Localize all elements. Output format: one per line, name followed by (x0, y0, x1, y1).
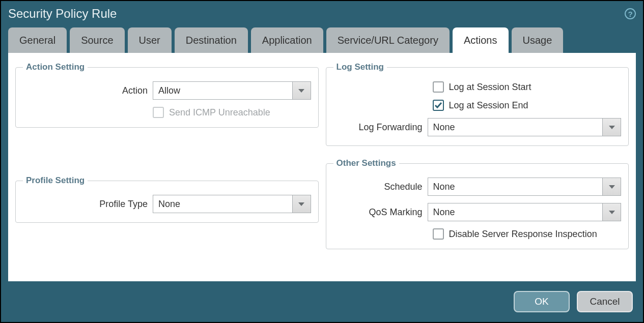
select-action-value: Allow (158, 85, 180, 96)
label-profile-type: Profile Type (23, 199, 153, 210)
label-log-forwarding: Log Forwarding (333, 122, 428, 133)
tab-user[interactable]: User (128, 27, 172, 53)
select-action[interactable]: Allow (153, 81, 311, 100)
right-column: Log Setting Log at Session Start (326, 62, 629, 274)
chevron-down-icon (602, 178, 621, 195)
tab-label: Destination (186, 35, 237, 46)
checkbox-row-log-start: Log at Session Start (433, 81, 531, 93)
checkbox-row-log-end: Log at Session End (433, 100, 528, 111)
legend-action-setting: Action Setting (23, 62, 88, 72)
chevron-down-icon (602, 119, 621, 136)
chevron-down-icon (602, 203, 621, 221)
tab-content-actions: Action Setting Action Allow Send ICMP Un… (8, 53, 636, 281)
titlebar: Security Policy Rule ? (1, 1, 643, 27)
tab-bar: General Source User Destination Applicat… (1, 27, 643, 53)
row-log-start: Log at Session Start (333, 81, 622, 93)
select-schedule[interactable]: None (428, 178, 622, 196)
tab-label: Source (81, 35, 113, 46)
chevron-down-icon (292, 82, 311, 99)
label-disable-inspection: Disable Server Response Inspection (449, 229, 597, 240)
row-log-forwarding: Log Forwarding None (333, 118, 622, 136)
left-column: Action Setting Action Allow Send ICMP Un… (15, 62, 319, 274)
checkbox-send-icmp-unreachable (153, 107, 164, 118)
select-log-forwarding-value: None (433, 122, 455, 133)
legend-other-settings: Other Settings (333, 158, 399, 168)
cancel-button-label: Cancel (590, 296, 620, 307)
chevron-down-icon (292, 195, 311, 213)
tab-label: Application (262, 35, 312, 46)
label-log-session-start: Log at Session Start (449, 82, 531, 93)
fieldset-other-settings: Other Settings Schedule None QoS Marking… (326, 158, 629, 249)
security-policy-rule-dialog: Security Policy Rule ? General Source Us… (1, 1, 643, 322)
select-profile-type[interactable]: None (153, 195, 311, 213)
row-icmp: Send ICMP Unreachable (23, 107, 311, 118)
select-schedule-value: None (433, 182, 455, 192)
tab-source[interactable]: Source (70, 27, 124, 53)
tab-label: Service/URL Category (338, 35, 438, 46)
fieldset-profile-setting: Profile Setting Profile Type None (15, 175, 319, 223)
checkbox-log-session-start[interactable] (433, 81, 444, 93)
legend-profile-setting: Profile Setting (23, 175, 88, 186)
select-log-forwarding[interactable]: None (428, 118, 622, 136)
row-disable-inspection: Disable Server Response Inspection (333, 228, 622, 240)
tab-usage[interactable]: Usage (512, 27, 564, 53)
row-profile-type: Profile Type None (23, 195, 311, 213)
tab-label: General (19, 35, 55, 46)
dialog-footer: OK Cancel (1, 281, 643, 322)
label-schedule: Schedule (333, 182, 428, 192)
tab-label: User (139, 35, 160, 46)
tab-destination[interactable]: Destination (175, 27, 248, 53)
row-schedule: Schedule None (333, 178, 622, 196)
help-icon[interactable]: ? (625, 8, 636, 19)
label-log-session-end: Log at Session End (449, 100, 528, 111)
tab-label: Usage (523, 35, 552, 46)
tab-service-url-category[interactable]: Service/URL Category (326, 27, 450, 53)
row-log-end: Log at Session End (333, 100, 622, 111)
checkbox-row-icmp: Send ICMP Unreachable (153, 107, 270, 118)
label-send-icmp-unreachable: Send ICMP Unreachable (169, 107, 270, 118)
checkbox-row-disable-inspection: Disable Server Response Inspection (433, 228, 597, 240)
checkbox-log-session-end[interactable] (433, 100, 444, 111)
tab-general[interactable]: General (8, 27, 67, 53)
tab-application[interactable]: Application (251, 27, 323, 53)
legend-log-setting: Log Setting (333, 62, 387, 72)
dialog-title: Security Policy Rule (8, 7, 117, 21)
row-action: Action Allow (23, 81, 311, 100)
cancel-button[interactable]: Cancel (577, 291, 633, 312)
label-qos: QoS Marking (333, 207, 428, 218)
ok-button-label: OK (535, 296, 548, 307)
checkbox-disable-server-response-inspection[interactable] (433, 228, 444, 240)
label-action: Action (23, 85, 153, 96)
tab-label: Actions (464, 35, 497, 46)
ok-button[interactable]: OK (514, 291, 570, 312)
select-profile-type-value: None (158, 199, 180, 210)
select-qos-marking[interactable]: None (428, 203, 622, 221)
row-qos: QoS Marking None (333, 203, 622, 221)
select-qos-value: None (433, 207, 455, 218)
fieldset-action-setting: Action Setting Action Allow Send ICMP Un… (15, 62, 319, 128)
fieldset-log-setting: Log Setting Log at Session Start (326, 62, 629, 146)
tab-actions[interactable]: Actions (453, 27, 509, 53)
